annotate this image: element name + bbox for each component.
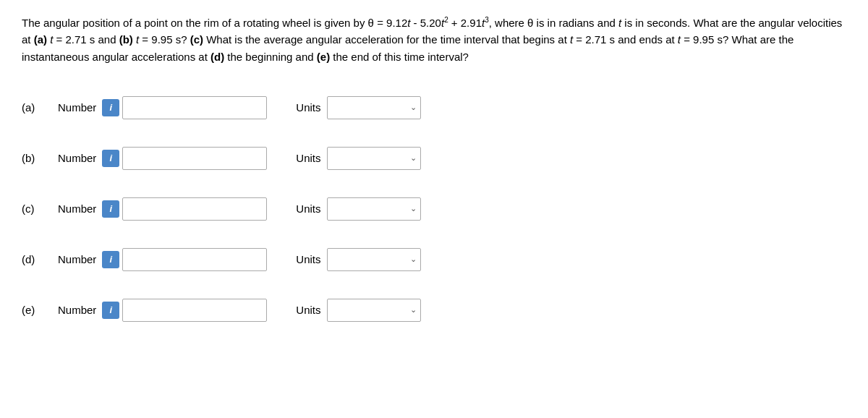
answer-row-c: (c) Number i Units rad/s rad/s² rev/s de…: [22, 184, 846, 234]
problem-text: The angular position of a point on the r…: [22, 14, 846, 65]
answer-row-e: (e) Number i Units rad/s rad/s² rev/s de…: [22, 285, 846, 336]
units-select-wrapper-c: rad/s rad/s² rev/s deg/s ⌄: [327, 197, 421, 221]
number-input-b[interactable]: [122, 147, 267, 170]
answer-row-d: (d) Number i Units rad/s rad/s² rev/s de…: [22, 234, 846, 285]
units-select-b[interactable]: rad/s rad/s² rev/s deg/s: [327, 147, 421, 170]
info-button-c[interactable]: i: [102, 200, 119, 218]
answer-rows: (a) Number i Units rad/s rad/s² rev/s de…: [22, 82, 846, 336]
units-select-wrapper-a: rad/s rad/s² rev/s deg/s ⌄: [327, 96, 421, 119]
info-button-a[interactable]: i: [102, 99, 119, 116]
number-label-e: Number: [58, 304, 96, 316]
number-input-e[interactable]: [122, 299, 267, 322]
part-label-b: (b): [22, 152, 58, 164]
info-button-e[interactable]: i: [102, 302, 119, 319]
number-label-b: Number: [58, 152, 96, 164]
number-input-c[interactable]: [122, 197, 267, 221]
units-label-a: Units: [296, 101, 320, 114]
units-label-b: Units: [296, 152, 320, 164]
number-label-a: Number: [58, 101, 96, 114]
number-input-a[interactable]: [122, 96, 267, 119]
answer-row-a: (a) Number i Units rad/s rad/s² rev/s de…: [22, 82, 846, 133]
units-select-a[interactable]: rad/s rad/s² rev/s deg/s: [327, 96, 421, 119]
part-label-d: (d): [22, 253, 58, 265]
units-select-wrapper-d: rad/s rad/s² rev/s deg/s ⌄: [327, 248, 421, 271]
part-label-a: (a): [22, 101, 58, 114]
units-select-c[interactable]: rad/s rad/s² rev/s deg/s: [327, 197, 421, 221]
units-label-d: Units: [296, 253, 320, 265]
info-button-d[interactable]: i: [102, 251, 119, 268]
number-label-c: Number: [58, 202, 96, 215]
number-label-d: Number: [58, 253, 96, 265]
units-label-e: Units: [296, 304, 320, 316]
answer-row-b: (b) Number i Units rad/s rad/s² rev/s de…: [22, 133, 846, 184]
info-button-b[interactable]: i: [102, 150, 119, 167]
units-label-c: Units: [296, 202, 320, 215]
part-label-c: (c): [22, 202, 58, 215]
number-input-d[interactable]: [122, 248, 267, 271]
units-select-wrapper-e: rad/s rad/s² rev/s deg/s ⌄: [327, 299, 421, 322]
units-select-wrapper-b: rad/s rad/s² rev/s deg/s ⌄: [327, 147, 421, 170]
part-label-e: (e): [22, 304, 58, 316]
units-select-e[interactable]: rad/s rad/s² rev/s deg/s: [327, 299, 421, 322]
units-select-d[interactable]: rad/s rad/s² rev/s deg/s: [327, 248, 421, 271]
